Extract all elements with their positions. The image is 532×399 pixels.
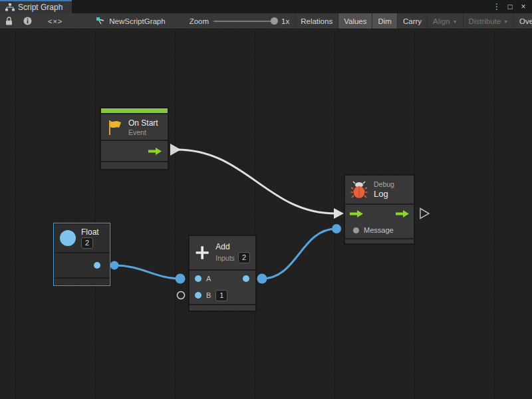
inputs-count-input[interactable]: 2	[238, 252, 250, 263]
graph-hierarchy-icon	[5, 3, 15, 11]
node-title: Float	[81, 227, 99, 237]
wire-add-to-message[interactable]	[262, 229, 336, 279]
node-ports	[55, 253, 109, 277]
node-add[interactable]: Add Inputs 2 A B 1	[188, 235, 257, 312]
relations-button[interactable]: Relations	[295, 13, 338, 29]
dim-button[interactable]: Dim	[372, 13, 396, 29]
port-label: A	[206, 275, 211, 283]
graph-breadcrumb[interactable]: NewScriptGraph	[96, 17, 165, 25]
message-input-port[interactable]	[353, 227, 359, 233]
port-label: Message	[364, 226, 394, 234]
values-button[interactable]: Values	[338, 13, 372, 29]
carry-button[interactable]: Carry	[397, 13, 427, 29]
flow-input-port[interactable]	[350, 209, 363, 218]
input-port-a[interactable]	[195, 275, 201, 282]
tab-bar: Script Graph ⋮ □ ×	[0, 0, 532, 13]
lock-button[interactable]	[0, 13, 18, 29]
input-port-b[interactable]	[195, 292, 201, 299]
overview-button[interactable]: Overview	[513, 13, 532, 29]
distribute-dropdown[interactable]: Distribute▼	[463, 13, 514, 29]
node-ports: A B 1	[190, 271, 255, 304]
node-title: Log	[374, 189, 394, 199]
node-ports: Message	[345, 205, 414, 238]
flow-output-port[interactable]	[148, 147, 162, 156]
info-button[interactable]	[18, 13, 37, 29]
window-controls: ⋮ □ ×	[492, 0, 532, 13]
maximize-icon[interactable]: □	[505, 2, 515, 11]
info-icon	[23, 17, 32, 25]
node-category: Debug	[374, 180, 394, 188]
sum-output-port[interactable]	[243, 275, 249, 282]
toolbar-toggle-group: Relations Values Dim Carry Align▼ Distri…	[295, 13, 532, 29]
tab-script-graph[interactable]: Script Graph	[0, 0, 72, 13]
node-header: Debug Log	[345, 176, 414, 203]
zoom-label: Zoom	[190, 17, 209, 25]
zoom-control: Zoom 1x	[190, 17, 290, 25]
node-footer	[55, 279, 109, 285]
node-footer	[101, 162, 168, 169]
align-dropdown[interactable]: Align▼	[427, 13, 463, 29]
node-on-start[interactable]: On Start Event	[100, 107, 169, 170]
node-header: Float 2	[55, 224, 109, 252]
node-title: On Start	[128, 118, 158, 128]
port-b-value-input[interactable]: 1	[215, 290, 227, 301]
node-footer	[345, 239, 414, 243]
graph-name: NewScriptGraph	[109, 17, 165, 25]
node-ports	[101, 141, 168, 161]
zoom-slider-handle[interactable]	[271, 17, 278, 25]
wire-dest-arrow	[334, 208, 344, 219]
node-float[interactable]: Float 2	[53, 223, 110, 286]
event-accent-bar	[101, 108, 168, 113]
plus-icon	[195, 243, 209, 263]
zoom-value: 1x	[281, 17, 289, 25]
wire-float-to-add-a[interactable]	[114, 265, 180, 279]
wire-layer	[0, 30, 532, 399]
node-footer	[190, 305, 255, 311]
float-type-icon	[60, 230, 76, 246]
chevron-down-icon: ▼	[453, 19, 458, 24]
wire-endpoint[interactable]	[176, 274, 186, 284]
node-debug-log[interactable]: Debug Log Message	[344, 174, 415, 245]
unconnected-port-indicator[interactable]	[178, 292, 185, 299]
close-icon[interactable]: ×	[519, 2, 528, 11]
port-label: B	[206, 291, 211, 299]
bug-icon	[350, 181, 368, 199]
lock-icon	[5, 17, 13, 25]
graph-canvas[interactable]: On Start Event Debug Log	[0, 30, 532, 399]
float-value-input[interactable]: 2	[81, 237, 93, 249]
unconnected-flow-indicator[interactable]	[420, 209, 429, 219]
window-menu-icon[interactable]: ⋮	[492, 2, 501, 11]
script-graph-icon	[96, 17, 106, 25]
float-output-port[interactable]	[94, 262, 100, 269]
node-header: On Start Event	[101, 114, 168, 140]
tab-title: Script Graph	[18, 3, 63, 12]
graph-toolbar: <×> NewScriptGraph Zoom 1x Relations Val…	[0, 13, 532, 29]
inputs-label: Inputs	[215, 254, 235, 262]
chevron-down-icon: ▼	[503, 19, 508, 24]
wire-onstart-to-log[interactable]	[177, 150, 335, 213]
zoom-slider[interactable]	[213, 21, 277, 22]
code-view-button[interactable]: <×>	[37, 13, 73, 29]
wire-endpoint[interactable]	[332, 224, 341, 233]
flow-output-port[interactable]	[396, 209, 409, 218]
flag-icon	[106, 119, 122, 136]
node-subtitle: Event	[128, 128, 158, 136]
node-title: Add	[215, 242, 250, 251]
node-header: Add Inputs 2	[190, 236, 255, 269]
